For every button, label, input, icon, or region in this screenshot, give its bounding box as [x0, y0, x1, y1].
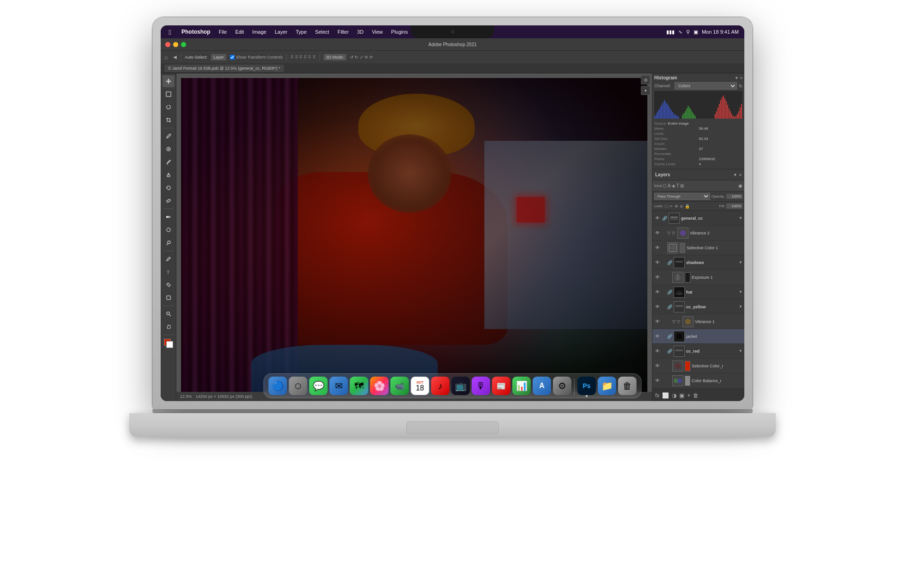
tool-lasso[interactable] — [163, 101, 175, 113]
layer-vis-cbr[interactable]: 👁 — [654, 378, 661, 384]
layer-item-ccyellow[interactable]: 👁 🔗 cc_yellow ▼ — [652, 300, 744, 314]
tool-blur[interactable] — [163, 224, 175, 236]
menu-filter[interactable]: Filter — [334, 28, 352, 36]
layer-vis-hat[interactable]: 👁 — [654, 289, 661, 295]
tool-shape[interactable] — [163, 292, 175, 304]
layers-opacity-value[interactable]: 100% — [726, 194, 742, 199]
layers-collapse-btn[interactable]: ▼ — [733, 173, 737, 177]
menu-type[interactable]: Type — [292, 28, 310, 36]
tool-gradient[interactable] — [163, 211, 175, 223]
tool-brush[interactable] — [163, 156, 175, 168]
tool-hand[interactable] — [163, 321, 175, 333]
menu-layer[interactable]: Layer — [272, 28, 291, 36]
menu-view[interactable]: View — [368, 28, 386, 36]
layers-filter-icon3[interactable]: ◈ — [672, 183, 676, 188]
layers-fill-value[interactable]: 100% — [726, 204, 742, 209]
tool-eyedropper[interactable] — [163, 130, 175, 142]
layer-new-btn[interactable]: + — [687, 392, 690, 399]
layer-vis-sc1[interactable]: 👁 — [654, 245, 661, 251]
tool-pen[interactable] — [163, 253, 175, 265]
layer-vis-vibrance1[interactable]: 👁 — [654, 318, 661, 325]
background-color[interactable] — [166, 341, 173, 348]
layer-item-selectivecolor1[interactable]: 👁 Selective Color 1 — [652, 240, 744, 255]
dock-icon-finder[interactable]: 🔵 — [269, 377, 287, 395]
lock-image-icon[interactable]: ✏ — [670, 204, 673, 209]
layer-vis-general-cc[interactable]: 👁 — [654, 215, 661, 222]
dock-icon-syspreferences[interactable]: ⚙ — [553, 377, 572, 395]
lock-all-icon[interactable]: 🔒 — [685, 204, 690, 209]
tool-selection[interactable] — [163, 88, 175, 100]
document-tab[interactable]: © Jamil Portrait 16 Edit.psb @ 12.5% (ge… — [164, 65, 284, 72]
layer-vis-scr[interactable]: 👁 — [654, 363, 661, 369]
lock-transparent-icon[interactable]: ⬡ — [664, 204, 668, 209]
layer-fx-btn[interactable]: fx — [655, 392, 659, 399]
layers-blend-mode-select[interactable]: Pass Through Normal Multiply Screen Over… — [654, 193, 710, 200]
dock-icon-messages[interactable]: 💬 — [309, 377, 328, 395]
dock-icon-news[interactable]: 📰 — [492, 377, 511, 395]
histogram-refresh-btn[interactable]: ↻ — [739, 84, 742, 89]
histogram-channel-select[interactable]: Colors RGB Red Green Blue — [675, 82, 737, 90]
layers-filter-icon1[interactable]: ⬡ — [663, 183, 667, 188]
lock-position-icon[interactable]: ⊕ — [680, 204, 683, 209]
tool-crop[interactable] — [163, 114, 175, 126]
layer-vis-ccred[interactable]: 👁 — [654, 348, 661, 354]
dock-icon-music[interactable]: ♪ — [431, 377, 450, 395]
layers-menu-btn[interactable]: ≡ — [739, 173, 742, 177]
window-minimize-button[interactable] — [173, 42, 178, 47]
layers-filter-icon4[interactable]: T — [676, 183, 679, 188]
dock-icon-launchpad[interactable]: ⬡ — [289, 377, 308, 395]
auto-select-dropdown[interactable]: Layer — [211, 54, 226, 60]
ps-home-icon[interactable]: ⌂ — [164, 54, 168, 60]
layers-filter-icon2[interactable]: A — [668, 183, 671, 188]
menu-app-name[interactable]: Photoshop — [178, 28, 214, 36]
layer-item-shadows[interactable]: 👁 🔗 shadows ▼ — [652, 255, 744, 270]
layer-item-vibrance1[interactable]: 👁 ▽ ▽ Vibrance 1 — [652, 314, 744, 329]
layer-adjustment-btn[interactable]: ◑ — [672, 392, 676, 399]
menu-image[interactable]: Image — [249, 28, 270, 36]
dock-icon-tv[interactable]: 📺 — [452, 377, 470, 395]
ps-nav-back[interactable]: ◀ — [173, 54, 177, 60]
layer-expand-general-cc[interactable]: ▼ — [739, 216, 742, 220]
menu-file[interactable]: File — [216, 28, 230, 36]
layer-vis-exp1[interactable]: 👁 — [654, 274, 661, 281]
menu-edit[interactable]: Edit — [232, 28, 247, 36]
layers-filter-toggle[interactable]: ◉ — [738, 183, 742, 188]
tool-healing[interactable] — [163, 143, 175, 155]
window-close-button[interactable] — [165, 42, 170, 47]
histogram-menu-btn[interactable]: ≡ — [740, 76, 742, 80]
layer-expand-shadows[interactable]: ▼ — [739, 260, 742, 264]
layer-vis-jacket[interactable]: 👁 — [654, 333, 661, 340]
layer-item-cbr[interactable]: 👁 Color Balance_r — [652, 373, 744, 388]
apple-menu-icon[interactable]:  — [166, 28, 174, 36]
window-maximize-button[interactable] — [181, 42, 186, 47]
histogram-collapse-btn[interactable]: ▼ — [735, 76, 739, 80]
layer-vis-vibrance2[interactable]: 👁 — [654, 230, 661, 236]
dock-icon-maps[interactable]: 🗺 — [350, 377, 368, 395]
dock-icon-facetime[interactable]: 📹 — [391, 377, 409, 395]
layer-expand-ccyellow[interactable]: ▼ — [739, 305, 742, 309]
layer-group-btn[interactable]: ▣ — [679, 392, 684, 399]
ps-canvas-area[interactable]: ⚙ ✦ — [176, 73, 652, 401]
dock-icon-trash[interactable]: 🗑 — [618, 377, 637, 395]
layer-vis-ccyellow[interactable]: 👁 — [654, 304, 661, 310]
layer-item-hat[interactable]: 👁 🔗 hat ▼ — [652, 285, 744, 300]
layer-item-general-cc[interactable]: 👁 🔗 general_cc ▼ — [652, 211, 744, 226]
tool-text[interactable]: T — [163, 266, 175, 278]
tool-zoom[interactable] — [163, 308, 175, 320]
dock-icon-appstore[interactable]: A — [533, 377, 551, 395]
layers-filter-icon5[interactable]: ⊞ — [680, 183, 684, 188]
layer-item-vibrance2[interactable]: 👁 ▽ ▽ Vibrance 2 — [652, 226, 744, 240]
dock-icon-photos[interactable]: 🌸 — [370, 377, 389, 395]
tool-eraser[interactable] — [163, 195, 175, 207]
3d-mode-btn[interactable]: 3D Mode: — [324, 54, 346, 60]
menu-3d[interactable]: 3D — [354, 28, 367, 36]
dock-icon-finder2[interactable]: 📁 — [598, 377, 616, 395]
layer-expand-ccred[interactable]: ▼ — [739, 349, 742, 353]
color-swatches[interactable] — [164, 339, 173, 348]
menu-search[interactable]: ⚲ — [686, 29, 690, 35]
layer-delete-btn[interactable]: 🗑 — [693, 392, 699, 399]
dock-icon-calendar[interactable]: OCT 18 — [411, 377, 429, 395]
menu-controlcenter[interactable]: ▣ — [694, 29, 698, 35]
tool-move[interactable] — [163, 75, 175, 87]
canvas-icon2[interactable]: ✦ — [641, 86, 650, 95]
